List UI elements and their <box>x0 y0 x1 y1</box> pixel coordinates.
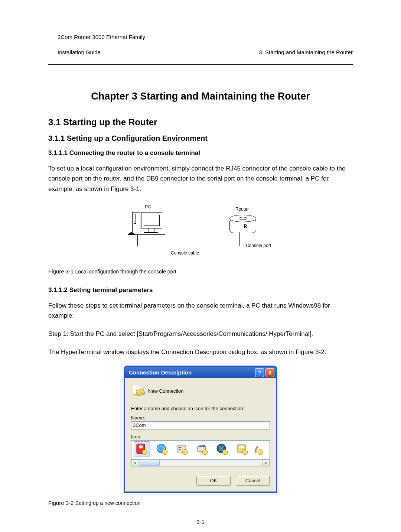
pc-monitor-icon <box>141 212 162 228</box>
connection-icon-option-5[interactable] <box>214 441 230 457</box>
router-label: Router <box>235 207 249 212</box>
pc-baseline-icon <box>128 234 165 235</box>
connection-description-dialog: Connection Description ? X New Connectio… <box>124 366 277 493</box>
connection-icon-option-7[interactable] <box>254 441 264 457</box>
header-right-line2: 3. Starting and Maintaining the Router <box>259 49 353 55</box>
header-left-line1: 3Com Router 3000 Ethernet Family <box>58 34 145 40</box>
svg-point-18 <box>258 450 263 455</box>
svg-rect-16 <box>239 446 244 448</box>
cancel-button[interactable]: Cancel <box>236 476 270 486</box>
chapter-title: Chapter 3 Starting and Maintaining the R… <box>48 91 353 102</box>
icon-strip[interactable]: MCI <box>131 440 270 460</box>
connection-icon-option-6[interactable] <box>234 441 250 457</box>
dialog-title: Connection Description <box>129 369 192 376</box>
connection-icon-option-3[interactable] <box>174 441 190 457</box>
svg-point-2 <box>142 450 147 455</box>
ok-button[interactable]: OK <box>196 476 231 486</box>
connection-icon-option-1[interactable] <box>134 441 150 457</box>
pc-base-foot-icon <box>128 232 135 234</box>
cable-segment-3 <box>239 232 240 246</box>
router-r-label: R <box>244 224 247 230</box>
svg-point-8 <box>182 450 188 455</box>
header-rule <box>48 64 353 65</box>
help-icon: ? <box>258 369 261 376</box>
router-slot-icon <box>239 217 247 220</box>
figure-3-1-caption: Figure 3-1 Local configuration through t… <box>48 268 353 275</box>
chevron-right-icon: > <box>264 460 267 466</box>
paragraph-4: The HyperTerminal window displays the Co… <box>48 347 353 357</box>
cable-segment-2 <box>137 246 239 246</box>
scroll-right-button[interactable]: > <box>262 460 270 466</box>
chevron-left-icon: < <box>134 460 136 466</box>
dialog-separator <box>131 472 270 472</box>
new-connection-label: New Connection <box>148 388 183 394</box>
scroll-left-button[interactable]: < <box>131 460 139 466</box>
svg-rect-7 <box>179 449 181 450</box>
section-3-1-1-1: 3.1.1.1 Connecting the router to a conso… <box>48 149 353 157</box>
figure-3-1-caption-prefix: Figure 3-1 <box>48 268 75 275</box>
section-3-1: 3.1 Starting up the Router <box>48 117 353 127</box>
dialog-titlebar[interactable]: Connection Description ? X <box>125 367 276 378</box>
new-connection-icon <box>132 385 144 398</box>
icon-picker: MCI < <box>131 440 270 467</box>
connection-icon-option-4[interactable]: MCI <box>194 441 210 457</box>
close-button[interactable]: X <box>265 368 274 377</box>
connection-icon-option-2[interactable] <box>154 441 170 457</box>
console-cable-label: Console cable <box>171 250 199 256</box>
header-left-line2: Installation Guide <box>58 49 101 55</box>
dialog-instruction: Enter a name and choose an icon for the … <box>131 406 270 411</box>
page: 3Com Router 3000 Ethernet Family Install… <box>0 0 401 532</box>
icon-scrollbar[interactable]: < > <box>131 460 270 467</box>
figure-3-1: PC Router R Console cable Console port <box>48 202 353 262</box>
page-number: 3-1 <box>48 519 353 525</box>
svg-rect-6 <box>179 447 181 448</box>
name-label: Name: <box>131 415 270 421</box>
svg-text:MCI: MCI <box>199 445 203 447</box>
figure-3-2-caption-text: Setting up a new connection <box>75 500 141 506</box>
svg-point-12 <box>202 450 208 455</box>
paragraph-3: Step 1: Start the PC and select [Start/P… <box>48 329 353 339</box>
figure-3-1-caption-text: Local configuration through the console … <box>75 269 176 275</box>
section-3-1-1-2: 3.1.1.2 Setting terminal parameters <box>48 286 353 294</box>
figure-3-2-caption-prefix: Figure 3-2 <box>48 500 75 506</box>
section-3-1-1: 3.1.1 Setting up a Configuration Environ… <box>48 134 353 143</box>
svg-point-17 <box>242 450 248 455</box>
pc-base-icon <box>144 232 158 233</box>
page-header: 3Com Router 3000 Ethernet Family Install… <box>48 26 353 64</box>
help-button[interactable]: ? <box>255 368 264 377</box>
name-input[interactable] <box>131 421 270 429</box>
paragraph-1: To set up a local configuration environm… <box>48 163 353 194</box>
cable-segment-1 <box>137 235 138 246</box>
scroll-thumb[interactable] <box>140 460 160 466</box>
figure-3-2-caption: Figure 3-2 Setting up a new connection <box>48 500 353 506</box>
svg-rect-1 <box>139 445 143 448</box>
svg-point-4 <box>162 450 167 455</box>
icon-label: Icon: <box>131 434 270 439</box>
paragraph-2: Follow these steps to set terminal param… <box>48 301 353 321</box>
close-icon: X <box>268 369 272 376</box>
svg-point-14 <box>222 450 228 455</box>
pc-label: PC <box>145 204 151 210</box>
figure-3-2: Connection Description ? X New Connectio… <box>48 366 353 493</box>
console-port-label: Console port <box>246 243 271 248</box>
